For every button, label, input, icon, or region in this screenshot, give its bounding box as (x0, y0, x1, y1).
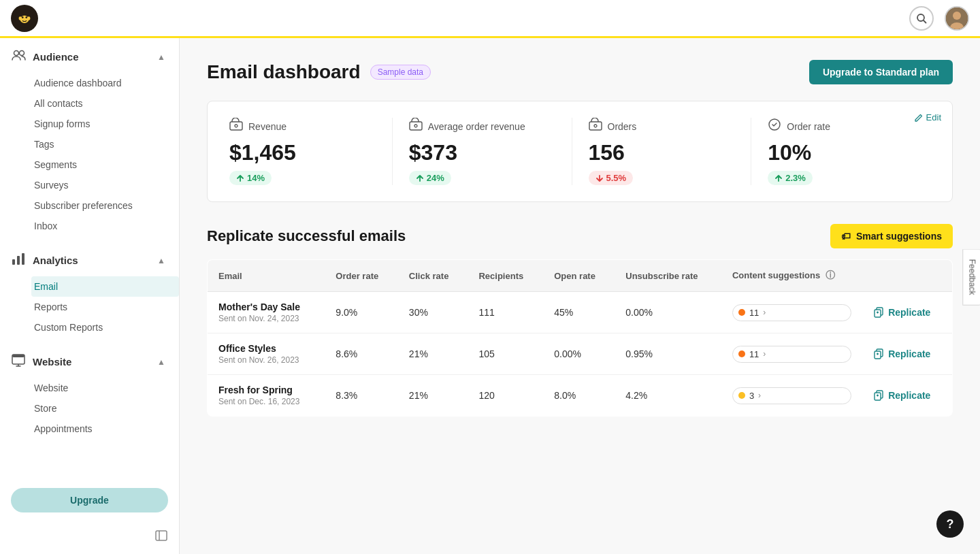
analytics-section-label: Analytics (33, 255, 78, 266)
layout: Audience ▲ Audience dashboard All contac… (0, 38, 980, 554)
col-click-rate: Click rate (398, 260, 468, 292)
action-cell-2: Replicate (862, 333, 952, 375)
avg-order-revenue-value: $373 (409, 140, 555, 165)
avg-order-revenue-label: Average order revenue (428, 121, 525, 132)
svg-rect-20 (156, 531, 167, 540)
email-cell-1: Mother's Day Sale Sent on Nov. 24, 2023 (208, 292, 325, 333)
sidebar-section-audience[interactable]: Audience ▲ (0, 38, 179, 73)
sidebar-item-inbox[interactable]: Inbox (31, 216, 179, 236)
action-cell-3: Replicate (862, 375, 952, 417)
analytics-icon (11, 251, 26, 270)
edit-button[interactable]: Edit (914, 112, 941, 123)
suggestions-cell-2: 11 › (721, 333, 862, 375)
click-rate-cell-2: 21% (398, 333, 468, 375)
svg-point-1 (20, 15, 29, 22)
revenue-change: 14% (229, 171, 272, 185)
orders-label: Orders (608, 121, 637, 132)
audience-section-label: Audience (33, 51, 79, 63)
open-rate-cell-3: 8.0% (543, 375, 615, 417)
sidebar-item-segments[interactable]: Segments (31, 154, 179, 175)
sidebar-item-store[interactable]: Store (31, 398, 179, 419)
search-button[interactable] (909, 6, 934, 31)
stat-orders: Orders 156 5.5% (572, 118, 751, 185)
sidebar-item-website[interactable]: Website (31, 378, 179, 398)
sidebar-collapse-button[interactable] (154, 529, 168, 546)
svg-point-27 (594, 125, 597, 127)
order-rate-cell-1: 9.0% (325, 292, 398, 333)
feedback-label: Feedback (968, 259, 977, 295)
sample-data-badge: Sample data (370, 65, 431, 80)
replicate-button-2[interactable]: Replicate (873, 348, 930, 359)
topbar-left (11, 5, 38, 32)
avg-order-revenue-change: 24% (409, 171, 451, 185)
email-date-3: Sent on Dec. 16, 2023 (218, 397, 314, 406)
svg-rect-15 (22, 253, 24, 265)
svg-rect-22 (230, 122, 242, 130)
sidebar-item-tags[interactable]: Tags (31, 134, 179, 154)
sidebar-item-reports[interactable]: Reports (31, 297, 179, 317)
smart-suggestions-button[interactable]: 🏷 Smart suggestions (830, 224, 953, 248)
orders-change: 5.5% (589, 171, 634, 185)
email-cell-2: Office Styles Sent on Nov. 26, 2023 (208, 333, 325, 375)
unsubscribe-rate-cell-1: 0.00% (615, 292, 721, 333)
upgrade-plan-button[interactable]: Upgrade to Standard plan (809, 60, 953, 84)
col-email: Email (208, 260, 325, 292)
orders-value: 156 (589, 140, 735, 165)
website-section-label: Website (33, 356, 71, 368)
help-button[interactable]: ? (936, 510, 964, 538)
sidebar-item-all-contacts[interactable]: All contacts (31, 93, 179, 114)
svg-point-2 (22, 16, 24, 18)
stats-card: Edit Revenue $1,465 14% (207, 101, 953, 202)
main-content: Email dashboard Sample data Upgrade to S… (180, 38, 980, 554)
click-rate-cell-1: 30% (398, 292, 468, 333)
order-rate-value: 10% (768, 140, 914, 165)
email-name-3: Fresh for Spring (218, 385, 314, 395)
suggestions-badge-3[interactable]: 3 › (732, 387, 851, 404)
sidebar-item-audience-dashboard[interactable]: Audience dashboard (31, 73, 179, 93)
sidebar-item-custom-reports[interactable]: Custom Reports (31, 317, 179, 338)
suggestions-dot-2 (738, 351, 745, 357)
topbar-right (909, 6, 969, 31)
sidebar-section-analytics[interactable]: Analytics ▲ (0, 242, 179, 276)
website-chevron: ▲ (157, 357, 165, 367)
page-header: Email dashboard Sample data Upgrade to S… (207, 60, 953, 84)
smart-suggestions-icon: 🏷 (841, 231, 851, 242)
click-rate-cell-3: 21% (398, 375, 468, 417)
email-name-1: Mother's Day Sale (218, 302, 314, 312)
suggestions-dot-1 (738, 309, 745, 316)
audience-items: Audience dashboard All contacts Signup f… (0, 73, 179, 242)
order-rate-cell-2: 8.6% (325, 333, 398, 375)
sidebar-item-surveys[interactable]: Surveys (31, 175, 179, 195)
suggestions-badge-2[interactable]: 11 › (732, 346, 851, 363)
email-date-2: Sent on Nov. 26, 2023 (218, 355, 314, 365)
replicate-button-1[interactable]: Replicate (873, 307, 930, 318)
order-rate-change: 2.3% (768, 171, 813, 185)
feedback-tab[interactable]: Feedback (963, 249, 980, 306)
suggestions-chevron-1: › (763, 308, 766, 317)
website-items: Website Store Appointments (0, 378, 179, 444)
svg-point-5 (27, 16, 30, 20)
svg-point-12 (20, 51, 24, 56)
section-title: Replicate successful emails (207, 227, 406, 245)
order-rate-cell-3: 8.3% (325, 375, 398, 417)
upgrade-button[interactable]: Upgrade (11, 488, 168, 512)
svg-rect-17 (12, 355, 24, 357)
sidebar-item-signup-forms[interactable]: Signup forms (31, 114, 179, 134)
table-row: Fresh for Spring Sent on Dec. 16, 2023 8… (208, 375, 953, 417)
svg-rect-24 (410, 122, 422, 130)
sidebar-item-subscriber-preferences[interactable]: Subscriber preferences (31, 195, 179, 216)
avatar[interactable] (945, 6, 969, 31)
sidebar-item-email[interactable]: Email (31, 276, 179, 297)
content-suggestions-info-icon[interactable]: ⓘ (826, 270, 835, 280)
svg-point-23 (235, 125, 238, 127)
topbar (0, 0, 980, 38)
svg-rect-26 (589, 122, 602, 130)
sidebar-section-website[interactable]: Website ▲ (0, 343, 179, 378)
sidebar-item-appointments[interactable]: Appointments (31, 419, 179, 439)
website-icon (11, 353, 26, 371)
replicate-button-3[interactable]: Replicate (873, 390, 930, 401)
suggestions-badge-1[interactable]: 11 › (732, 304, 851, 321)
audience-icon (11, 48, 26, 66)
unsubscribe-rate-cell-3: 4.2% (615, 375, 721, 417)
edit-label: Edit (926, 112, 941, 123)
